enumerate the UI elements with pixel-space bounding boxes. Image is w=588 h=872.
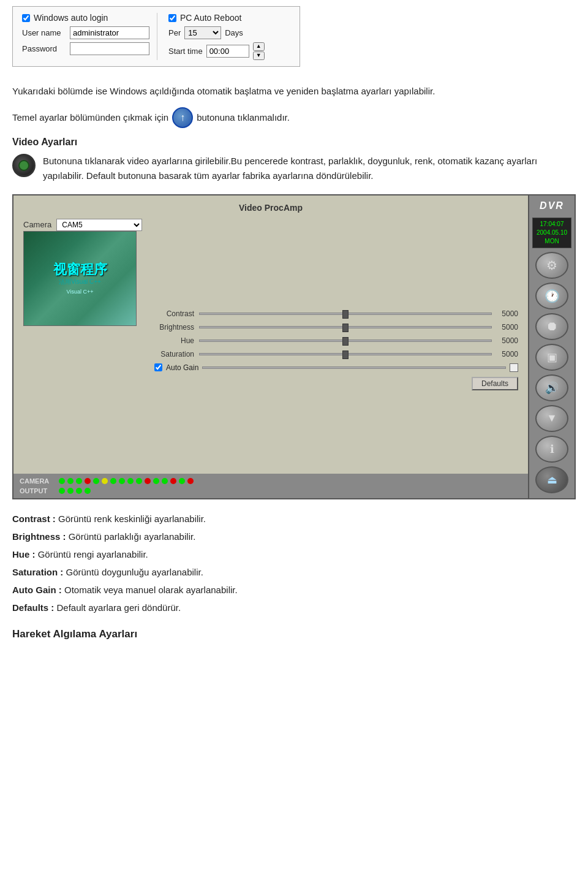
dvr-clock-btn[interactable]: 🕐 — [535, 282, 568, 309]
defaults-desc-bold: Defaults : — [12, 602, 54, 613]
dvr-right-panel: Contrast 5000 Brightness 5000 — [154, 231, 518, 469]
dvr-bottom-bar: CAMERA OUTPUT — [13, 474, 528, 498]
brightness-desc-bold: Brightness : — [12, 531, 66, 542]
saturation-desc-line: Saturation : Görüntü doygunluğu ayarlana… — [12, 564, 576, 580]
hue-track[interactable] — [199, 339, 492, 342]
windows-auto-login-row: Windows auto login — [22, 13, 149, 23]
cam-dot-10 — [136, 478, 142, 484]
pc-auto-reboot-checkbox[interactable] — [168, 14, 176, 22]
out-dot-3 — [76, 488, 82, 494]
exit-button-icon[interactable]: ↑ — [172, 107, 193, 128]
brightness-desc: Görüntü parlaklığı ayarlanabilir. — [66, 531, 196, 542]
pc-auto-reboot-label: PC Auto Reboot — [180, 13, 241, 23]
dvr-arrow-btn[interactable]: ▼ — [535, 405, 568, 432]
contrast-label: Contrast — [154, 309, 194, 318]
video-desc-row: Butonuna tıklanarak video ayarlarına gir… — [12, 154, 576, 183]
settings-left: Windows auto login User name Password — [22, 13, 157, 60]
saturation-label: Saturation — [154, 350, 194, 358]
saturation-thumb[interactable] — [342, 351, 349, 359]
out-dot-2 — [67, 488, 74, 494]
cam-dot-14 — [170, 478, 176, 484]
para1: Yukarıdaki bölümde ise Windows açıldığın… — [12, 84, 576, 99]
contrast-desc: Görüntü renk keskinliği ayarlanabilir. — [56, 514, 206, 524]
dvr-container: Video ProcAmp Camera CAM5 视窗程序 活用Visual … — [12, 194, 576, 499]
windows-auto-login-checkbox[interactable] — [22, 14, 30, 22]
cam-dot-16 — [187, 478, 194, 484]
hue-desc-line: Hue : Görüntü rengi ayarlanabilir. — [12, 546, 576, 563]
video-section-heading: Video Ayarları — [12, 137, 576, 148]
out-dot-4 — [85, 488, 91, 494]
camera-status-row: CAMERA — [20, 477, 522, 485]
dvr-info-btn[interactable]: ℹ — [535, 436, 568, 463]
password-label: Password — [22, 44, 65, 53]
cam-dot-3 — [76, 478, 82, 484]
hue-desc: Görüntü rengi ayarlanabilir. — [36, 549, 148, 559]
cam-dot-15 — [179, 478, 185, 484]
cam-dot-12 — [153, 478, 159, 484]
contrast-thumb[interactable] — [342, 310, 349, 319]
dvr-camera-select[interactable]: CAM5 — [56, 219, 142, 231]
video-button-icon[interactable] — [12, 154, 36, 177]
user-name-input[interactable] — [70, 26, 149, 39]
brightness-track[interactable] — [199, 326, 492, 328]
defaults-row: Defaults — [154, 377, 518, 390]
dvr-time-box: 17:04:07 2004.05.10 MON — [532, 218, 571, 248]
final-heading: Hareket Algılama Ayarları — [12, 628, 576, 640]
hue-value: 5000 — [497, 336, 518, 345]
settings-right: PC Auto Reboot Per 15 30 60 Days Start t… — [157, 13, 290, 60]
saturation-row: Saturation 5000 — [154, 350, 518, 358]
para2-before: Temel ayarlar bölümünden çıkmak için — [12, 110, 168, 125]
time-up-btn[interactable]: ▲ — [253, 42, 265, 51]
per-select[interactable]: 15 30 60 — [184, 26, 221, 39]
dvr-monitor-btn[interactable]: ▣ — [535, 344, 568, 371]
video-desc: Butonuna tıklanarak video ayarlarına gir… — [43, 154, 576, 183]
password-input[interactable] — [70, 42, 149, 55]
autogain-desc: Otomatik veya manuel olarak ayarlanabili… — [62, 585, 238, 595]
output-status-row: OUTPUT — [20, 487, 522, 495]
cam-dot-1 — [59, 478, 65, 484]
dvr-left-panel: 视窗程序 活用Visual C++ Visual C++ — [23, 231, 146, 469]
camera-status-label: CAMERA — [20, 477, 56, 485]
pc-auto-reboot-row: PC Auto Reboot — [168, 13, 290, 23]
hue-thumb[interactable] — [342, 337, 349, 346]
autogain-checkbox[interactable] — [154, 363, 162, 371]
cam-dot-9 — [127, 478, 134, 484]
dvr-video-chinese-text: 视窗程序 — [53, 262, 107, 278]
saturation-desc-bold: Saturation : — [12, 567, 63, 577]
dvr-record-btn[interactable]: ⏺ — [535, 313, 568, 340]
autogain-desc-bold: Auto Gain : — [12, 585, 62, 595]
dvr-brand-label: DVR — [540, 200, 564, 211]
brightness-desc-line: Brightness : Görüntü parlaklığı ayarlana… — [12, 528, 576, 545]
cam-dot-11 — [145, 478, 151, 484]
dvr-sidebar: DVR 17:04:07 2004.05.10 MON ⚙ 🕐 ⏺ ▣ 🔊 ▼ … — [528, 195, 575, 498]
start-time-row: Start time ▲ ▼ — [168, 42, 290, 60]
out-dot-1 — [59, 488, 65, 494]
contrast-track[interactable] — [199, 313, 492, 315]
start-time-label: Start time — [168, 47, 203, 56]
cam-dot-13 — [162, 478, 168, 484]
saturation-desc: Görüntü doygunluğu ayarlanabilir. — [63, 567, 203, 577]
settings-box: Windows auto login User name Password PC… — [12, 6, 300, 67]
username-row: User name — [22, 26, 149, 39]
brightness-row: Brightness 5000 — [154, 323, 518, 332]
defaults-button[interactable]: Defaults — [472, 377, 518, 390]
hue-row: Hue 5000 — [154, 336, 518, 345]
saturation-track[interactable] — [199, 353, 492, 355]
time-down-btn[interactable]: ▼ — [253, 51, 265, 60]
brightness-value: 5000 — [497, 323, 518, 332]
start-time-input[interactable] — [206, 45, 249, 58]
user-name-label: User name — [22, 28, 65, 37]
dvr-exit-btn[interactable]: ⏏ — [535, 466, 568, 493]
contrast-value: 5000 — [497, 309, 518, 318]
autogain-label: Auto Gain — [166, 363, 198, 372]
hue-desc-bold: Hue : — [12, 549, 36, 559]
dvr-volume-btn[interactable]: 🔊 — [535, 374, 568, 401]
autogain-track[interactable] — [202, 366, 506, 369]
autogain-row: Auto Gain — [154, 363, 518, 372]
para2-after: butonuna tıklanmalıdır. — [197, 110, 290, 125]
dvr-settings-btn[interactable]: ⚙ — [535, 252, 568, 279]
dvr-time-line3: MON — [535, 237, 568, 246]
hue-label: Hue — [154, 336, 194, 345]
brightness-thumb[interactable] — [342, 324, 349, 332]
contrast-desc-bold: Contrast : — [12, 514, 56, 524]
